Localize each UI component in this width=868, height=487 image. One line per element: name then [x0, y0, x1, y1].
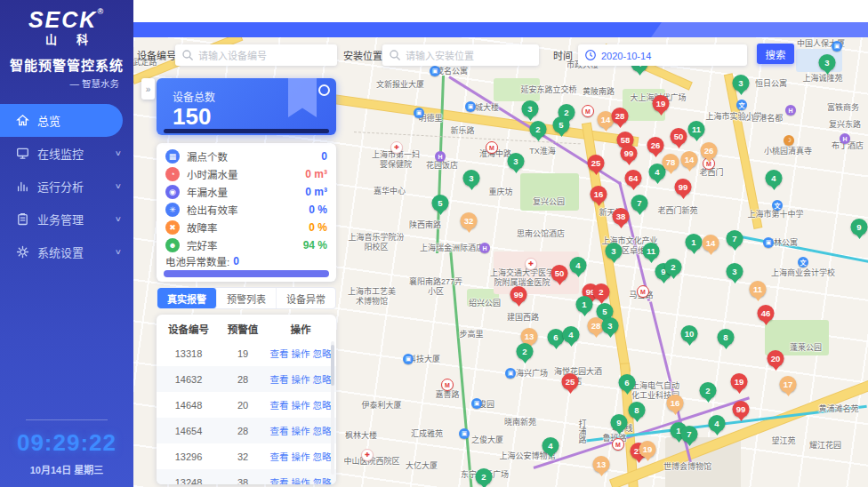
op-操作[interactable]: 操作 [292, 400, 310, 411]
map-marker[interactable]: 3 [508, 153, 525, 170]
op-忽略[interactable]: 忽略 [313, 451, 332, 462]
map-marker[interactable]: 11 [643, 243, 660, 259]
map-marker[interactable]: 4 [563, 326, 580, 343]
op-操作[interactable]: 操作 [292, 451, 310, 462]
map-marker[interactable]: 2 [530, 121, 547, 138]
map-marker[interactable]: 19 [731, 373, 748, 390]
map-marker[interactable]: 2 [700, 382, 717, 399]
map-marker[interactable]: 9 [851, 219, 868, 236]
map-marker[interactable]: 14 [681, 151, 698, 168]
map-marker[interactable]: 13 [593, 456, 610, 473]
op-查看[interactable]: 查看 [270, 451, 289, 462]
op-操作[interactable]: 操作 [292, 348, 310, 359]
sidebar-item-online-monitor[interactable]: 在线监控∨ [0, 137, 133, 170]
op-查看[interactable]: 查看 [270, 374, 289, 385]
map-marker[interactable]: 1 [686, 234, 703, 251]
date-input[interactable] [578, 44, 747, 66]
map-marker[interactable]: 7 [727, 230, 743, 247]
map-marker[interactable]: 32 [461, 212, 478, 229]
tab-真实报警[interactable]: 真实报警 [157, 288, 217, 308]
map-marker[interactable]: 5 [432, 195, 449, 212]
map-marker[interactable]: 3 [463, 170, 480, 187]
map-marker[interactable]: 26 [647, 137, 664, 154]
op-操作[interactable]: 操作 [292, 426, 310, 436]
map-marker[interactable]: 19 [653, 95, 670, 112]
map-marker[interactable]: 17 [780, 376, 797, 393]
map-marker[interactable]: 46 [758, 305, 775, 322]
map-marker[interactable]: 3 [727, 263, 743, 280]
stat-label: 漏点个数 [187, 149, 228, 164]
op-查看[interactable]: 查看 [270, 400, 289, 411]
op-查看[interactable]: 查看 [270, 477, 289, 484]
map-marker[interactable]: 2 [517, 343, 534, 360]
tab-设备异常[interactable]: 设备异常 [277, 288, 335, 308]
circle-indicator-icon[interactable] [318, 84, 330, 96]
sidebar-item-run-analysis[interactable]: 运行分析∨ [0, 170, 133, 203]
map-marker[interactable]: 9 [611, 414, 628, 431]
op-忽略[interactable]: 忽略 [313, 348, 332, 359]
op-忽略[interactable]: 忽略 [313, 426, 332, 436]
map-marker[interactable]: 10 [681, 325, 698, 342]
map-marker[interactable]: 1 [576, 296, 593, 313]
map-marker[interactable]: 4 [542, 437, 559, 454]
map-marker[interactable]: 8 [718, 329, 735, 346]
map-marker[interactable]: 3 [522, 100, 539, 117]
map-marker[interactable]: 99 [675, 179, 692, 196]
map-marker[interactable]: 99 [733, 401, 750, 418]
map-place-label: 复兴东路 [829, 120, 861, 130]
map-marker[interactable]: 14 [703, 235, 719, 251]
op-忽略[interactable]: 忽略 [313, 400, 332, 411]
map-marker[interactable]: 28 [612, 108, 629, 124]
search-button[interactable]: 搜索 [757, 44, 794, 64]
map-marker[interactable]: 11 [688, 121, 705, 138]
map-marker[interactable]: 2 [593, 283, 610, 300]
map-marker[interactable]: 2 [665, 259, 682, 275]
map-marker[interactable]: 8 [629, 402, 646, 419]
map-marker[interactable]: 64 [625, 170, 642, 187]
map-marker[interactable]: 78 [663, 154, 679, 171]
map-marker[interactable]: 7 [681, 426, 698, 443]
op-操作[interactable]: 操作 [292, 477, 310, 484]
map-marker[interactable]: 99 [621, 145, 638, 162]
location-input[interactable] [382, 44, 539, 66]
map-marker[interactable]: 3 [733, 75, 750, 92]
map-marker[interactable]: 16 [591, 186, 607, 203]
map-marker[interactable]: 99 [510, 286, 527, 303]
op-操作[interactable]: 操作 [292, 374, 310, 385]
op-查看[interactable]: 查看 [270, 348, 289, 359]
map-place-label: 步高里 [459, 330, 483, 339]
op-查看[interactable]: 查看 [270, 426, 289, 436]
device-id-input[interactable] [175, 44, 337, 66]
map-marker[interactable]: 11 [750, 281, 767, 298]
map-marker[interactable]: 20 [768, 350, 784, 367]
map-marker[interactable]: 3 [602, 317, 619, 334]
map-marker[interactable]: 4 [766, 170, 783, 187]
scrollbar-thumb[interactable] [331, 345, 334, 386]
map-place-label: 世博会博物馆 [663, 462, 711, 472]
sidebar-item-overview[interactable]: 总览 [0, 104, 123, 137]
sidebar-item-system-settings[interactable]: 系统设置∨ [0, 236, 133, 268]
panel-collapse-handle[interactable]: » [141, 78, 155, 100]
map-marker[interactable]: 6 [548, 329, 565, 346]
map-marker[interactable]: 5 [553, 116, 570, 133]
map-marker[interactable]: 25 [562, 373, 579, 390]
map-marker[interactable]: 50 [671, 128, 687, 145]
map-marker[interactable]: 19 [639, 441, 656, 458]
map-marker[interactable]: 25 [588, 155, 605, 172]
op-忽略[interactable]: 忽略 [313, 477, 332, 484]
map-place-label: 黄浦滩名苑 [818, 404, 858, 414]
map-marker[interactable]: 50 [551, 265, 568, 282]
tab-预警列表[interactable]: 预警列表 [217, 288, 277, 308]
op-忽略[interactable]: 忽略 [313, 374, 332, 385]
map-marker[interactable]: 4 [570, 257, 587, 274]
map-marker[interactable]: 2 [476, 468, 493, 485]
map-marker[interactable]: 4 [709, 415, 726, 432]
map-marker[interactable]: 3 [606, 243, 623, 259]
map-marker[interactable]: 6 [619, 374, 636, 391]
map-marker[interactable]: 38 [613, 208, 630, 225]
sidebar-item-business-mgmt[interactable]: 业务管理∨ [0, 203, 133, 236]
stat-label: 完好率 [187, 238, 218, 252]
map-marker[interactable]: 7 [631, 195, 648, 212]
map-marker[interactable]: 26 [701, 142, 718, 159]
map-marker[interactable]: 16 [667, 395, 684, 411]
